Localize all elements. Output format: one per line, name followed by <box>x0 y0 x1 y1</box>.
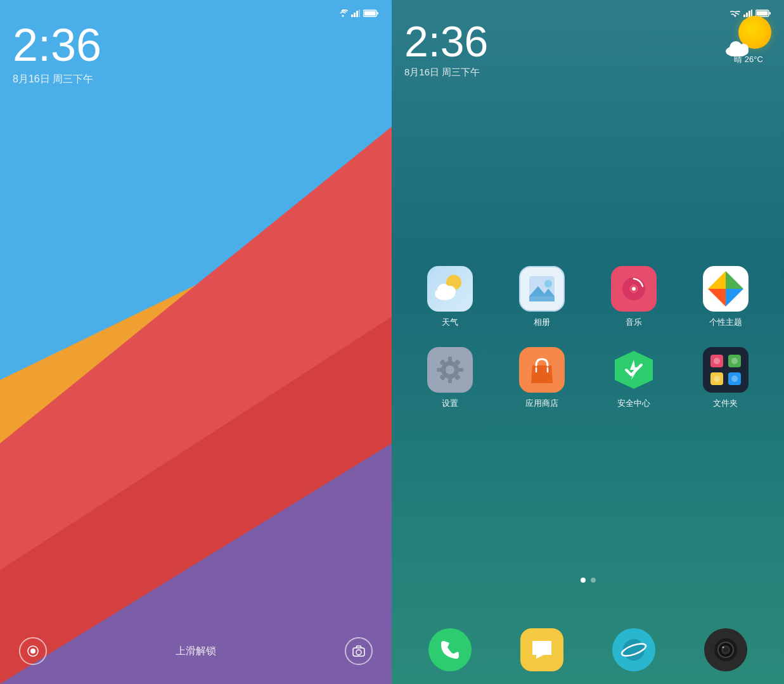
weather-widget[interactable]: 晴 26°C <box>726 16 771 65</box>
browser-svg <box>620 636 648 664</box>
app-music[interactable]: 音乐 <box>602 266 665 328</box>
svg-marker-42 <box>708 271 726 289</box>
folder-icon <box>703 347 749 393</box>
folder-label: 文件夹 <box>713 398 738 409</box>
home-time: 2:36 <box>404 20 488 63</box>
app-row-1: 天气 相册 <box>404 266 771 328</box>
appstore-label: 应用商店 <box>525 398 558 409</box>
gallery-app-svg <box>527 274 557 304</box>
app-security[interactable]: 安全中心 <box>602 347 665 409</box>
weather-icon <box>726 16 771 54</box>
svg-point-37 <box>632 287 636 291</box>
theme-app-label: 个性主题 <box>709 317 742 328</box>
svg-point-51 <box>446 365 454 374</box>
dot-1[interactable] <box>581 578 586 583</box>
svg-point-60 <box>731 358 738 364</box>
dock <box>392 628 784 671</box>
appstore-icon <box>519 347 565 393</box>
app-theme[interactable]: 个性主题 <box>694 266 757 328</box>
camera-icon <box>704 628 747 671</box>
svg-marker-39 <box>726 271 743 289</box>
lock-background <box>0 0 392 684</box>
dock-camera[interactable] <box>704 628 747 671</box>
app-grid: 天气 相册 <box>392 266 784 428</box>
music-app-label: 音乐 <box>626 317 642 328</box>
settings-app-label: 设置 <box>442 398 458 409</box>
svg-marker-41 <box>708 289 726 307</box>
svg-point-13 <box>30 649 35 654</box>
music-app-icon <box>611 266 657 312</box>
home-header-left: 2:36 8月16日 周三下午 <box>404 10 488 79</box>
app-row-2: 设置 应用商店 <box>404 347 771 409</box>
dock-browser[interactable] <box>612 628 655 671</box>
folder-svg <box>707 351 745 389</box>
dock-messages[interactable] <box>520 628 563 671</box>
svg-rect-45 <box>437 368 442 372</box>
lock-time: 2:36 <box>13 22 379 68</box>
home-screen[interactable]: 2:36 8月16日 周三下午 晴 26°C <box>392 0 784 684</box>
settings-app-svg <box>434 354 466 386</box>
svg-point-59 <box>714 358 720 364</box>
security-label: 安全中心 <box>617 398 650 409</box>
lock-bottom-bar: 上滑解锁 <box>0 637 392 665</box>
svg-point-26 <box>738 44 749 54</box>
svg-rect-43 <box>448 357 452 362</box>
lock-screen[interactable]: 2:36 8月16日 周三下午 上滑解锁 <box>0 0 392 684</box>
camera-dock-svg <box>713 637 738 662</box>
bg-shapes <box>0 0 392 684</box>
security-svg <box>612 348 655 391</box>
svg-point-61 <box>714 376 720 382</box>
app-settings[interactable]: 设置 <box>418 347 482 409</box>
weather-app-svg <box>432 272 468 305</box>
app-folder[interactable]: 文件夹 <box>694 347 757 409</box>
theme-app-icon <box>703 266 749 312</box>
cloud-shape <box>726 37 757 54</box>
home-header: 2:36 8月16日 周三下午 晴 26°C <box>392 0 784 79</box>
settings-app-icon <box>427 347 473 393</box>
dock-phone[interactable] <box>428 628 472 671</box>
camera-icon-lock <box>352 645 365 657</box>
messages-icon <box>520 628 563 671</box>
svg-point-30 <box>444 286 456 297</box>
unlock-text[interactable]: 上滑解锁 <box>176 645 216 658</box>
phone-icon <box>428 628 472 671</box>
security-icon <box>611 347 657 393</box>
weather-app-icon <box>427 266 473 312</box>
home-date: 8月16日 周三下午 <box>404 66 488 79</box>
gallery-app-icon <box>519 266 565 312</box>
phone-svg <box>439 638 461 661</box>
svg-point-15 <box>356 650 361 655</box>
page-dots <box>392 578 784 583</box>
svg-marker-40 <box>726 289 743 307</box>
record-icon <box>27 645 39 657</box>
lock-camera-button[interactable] <box>345 637 373 665</box>
lock-date: 8月16日 周三下午 <box>13 73 379 86</box>
cloud-svg <box>726 37 757 56</box>
lock-left-button[interactable] <box>19 637 47 665</box>
svg-point-69 <box>723 647 728 652</box>
svg-rect-44 <box>448 378 452 383</box>
app-weather[interactable]: 天气 <box>418 266 482 328</box>
theme-app-svg <box>705 269 746 309</box>
svg-rect-46 <box>458 368 463 372</box>
messages-svg <box>530 638 554 661</box>
music-app-svg <box>620 275 648 303</box>
svg-point-62 <box>731 376 738 382</box>
gallery-app-label: 相册 <box>534 317 550 328</box>
app-appstore[interactable]: 应用商店 <box>510 347 574 409</box>
browser-icon <box>612 628 655 671</box>
weather-app-label: 天气 <box>442 317 458 328</box>
svg-point-33 <box>544 280 552 288</box>
lock-header: 2:36 8月16日 周三下午 <box>0 0 392 86</box>
app-gallery[interactable]: 相册 <box>510 266 574 328</box>
dot-2[interactable] <box>591 578 596 583</box>
svg-point-70 <box>722 647 724 649</box>
appstore-svg <box>527 354 556 386</box>
